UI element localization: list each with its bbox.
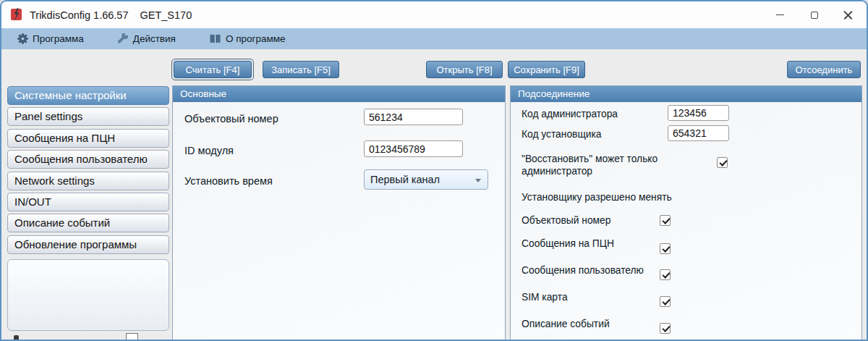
open-button[interactable]: Открыть [F8] [426,61,503,78]
menu-program-label: Программа [33,33,84,44]
menu-actions-label: Действия [133,33,176,44]
perm-sim-card-checkbox[interactable] [660,296,671,307]
gear-icon [17,33,28,44]
set-time-dropdown-value: Первый канал [370,174,440,185]
close-button[interactable] [831,1,865,28]
admin-code-input[interactable] [668,105,729,121]
module-id-input[interactable] [364,140,463,157]
perm-user-messages-label: Сообщения пользователю [522,265,644,276]
sidebar-item-user-messages[interactable]: Сообщения пользователю [7,150,169,169]
sidebar-empty-panel [7,259,169,331]
clipped-bottom-glyph [14,335,19,341]
sidebar-item-in-out[interactable]: IN/OUT [7,193,169,211]
menu-about-label: О программе [226,33,286,44]
installer-allowed-label: Установщику разрешено менять [522,192,672,203]
perm-sim-card-label: SIM карта [522,292,568,303]
minimize-icon [776,14,784,16]
sidebar-item-panel-settings[interactable]: Panel settings [7,107,169,126]
sidebar-item-event-descriptions[interactable]: Описание событий [7,214,169,232]
read-button[interactable]: Считать [F4] [174,61,252,78]
object-number-input[interactable] [364,109,463,125]
close-icon [843,10,853,20]
app-logo-icon [11,8,23,22]
basic-settings-panel: Основные Объектовый номер ID модуля Уста… [172,85,506,341]
object-number-label: Объектовый номер [184,113,278,125]
menu-actions[interactable]: Действия [109,28,184,49]
wrench-icon [117,33,129,45]
maximize-button[interactable] [797,1,831,28]
window-controls [763,1,865,28]
sidebar-item-system-settings[interactable]: Системные настройки [7,86,169,105]
save-button[interactable]: Сохранить [F9] [508,61,585,78]
installer-code-input[interactable] [668,125,729,141]
book-icon [209,34,221,44]
set-time-label: Установить время [184,175,273,187]
maximize-icon [811,12,818,19]
basic-settings-header: Основные [173,86,505,102]
menu-about[interactable]: О программе [200,28,294,49]
perm-event-descriptions-label: Описание событий [522,319,610,329]
sidebar-item-cms-messages[interactable]: Сообщения на ПЦН [7,129,169,148]
perm-event-descriptions-checkbox[interactable] [660,323,671,334]
write-button[interactable]: Записать [F5] [263,61,339,78]
connection-header: Подсоединение [511,86,861,102]
app-window: TrikdisConfig 1.66.57 GET_S170 Программа [0,0,868,341]
menubar: Программа Действия О программе [1,28,867,49]
set-time-dropdown[interactable]: Первый канал [364,169,488,190]
perm-object-number-checkbox[interactable] [660,215,671,226]
sidebar-item-firmware-update[interactable]: Обновление программы [7,235,169,254]
clipped-bottom-checkbox[interactable] [126,333,138,341]
connection-panel: Подсоединение Код администратора Код уст… [510,85,862,341]
sidebar-item-network-settings[interactable]: Network settings [7,172,169,190]
perm-cms-messages-checkbox[interactable] [660,243,671,254]
admin-code-label: Код администратора [522,109,618,119]
menu-program[interactable]: Программа [9,28,93,49]
perm-cms-messages-label: Сообщения на ПЦН [522,238,614,249]
minimize-button[interactable] [763,1,797,28]
read-button-focus-ring: Считать [F4] [171,59,254,80]
perm-object-number-label: Объектовый номер [522,215,610,226]
perm-user-messages-checkbox[interactable] [660,269,671,280]
restore-admin-only-checkbox[interactable] [717,157,728,168]
installer-code-label: Код установщика [522,129,601,140]
chevron-down-icon [475,179,481,182]
window-title: TrikdisConfig 1.66.57 [30,9,128,21]
disconnect-button[interactable]: Отсоединить [787,61,861,78]
titlebar: TrikdisConfig 1.66.57 GET_S170 [1,1,867,28]
window-subtitle: GET_S170 [140,9,192,21]
module-id-label: ID модуля [184,145,234,156]
restore-admin-only-label: "Восстановить" может только администрато… [522,153,679,177]
